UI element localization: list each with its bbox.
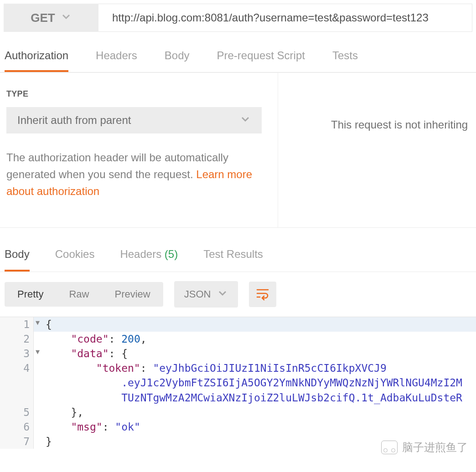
code-line: 1▼{ [0, 317, 476, 332]
response-tabs: BodyCookiesHeaders (5)Test Results [0, 227, 476, 272]
tab-pre-request-script[interactable]: Pre-request Script [217, 49, 305, 72]
response-tab-body[interactable]: Body [5, 248, 30, 272]
code-line: 5 }, [0, 405, 476, 420]
view-mode-pretty[interactable]: Pretty [5, 282, 56, 307]
code-line: TUzNTgwMzA2MCwiaXNzIjoiZ2luLWJsb2cifQ.1t… [0, 390, 476, 405]
request-url-input[interactable] [98, 4, 472, 32]
auth-inherit-message: This request is not inheriting [331, 118, 468, 131]
tab-tests[interactable]: Tests [332, 49, 358, 72]
format-label: JSON [184, 288, 211, 300]
code-line: 6 "msg": "ok" [0, 420, 476, 434]
chevron-down-icon [240, 113, 251, 127]
chevron-down-icon [217, 287, 228, 301]
code-line: 4 "token": "eyJhbGciOiJIUzI1NiIsInR5cCI6… [0, 361, 476, 375]
response-body-viewer[interactable]: 1▼{2 "code": 200,3▼ "data": {4 "token": … [0, 317, 476, 449]
authorization-panel: TYPE Inherit auth from parent The author… [0, 72, 476, 227]
chevron-down-icon [61, 11, 72, 25]
wrap-lines-button[interactable] [249, 282, 276, 307]
http-method-select[interactable]: GET [4, 4, 98, 32]
response-tab-headers[interactable]: Headers (5) [120, 248, 178, 272]
fold-arrow-icon[interactable]: ▼ [36, 347, 40, 357]
auth-desc-text: The authorization header will be automat… [6, 151, 228, 180]
request-tabs: AuthorizationHeadersBodyPre-request Scri… [0, 36, 476, 72]
auth-right-column: This request is not inheriting [278, 73, 476, 227]
http-method-label: GET [31, 11, 55, 25]
wechat-icon [381, 441, 398, 449]
response-tab-test-results[interactable]: Test Results [203, 248, 263, 272]
auth-type-select[interactable]: Inherit auth from parent [6, 107, 262, 133]
auth-type-label: TYPE [6, 89, 271, 99]
auth-left-column: TYPE Inherit auth from parent The author… [0, 73, 278, 227]
tab-authorization[interactable]: Authorization [5, 49, 68, 72]
tab-headers[interactable]: Headers [96, 49, 137, 72]
code-line: 3▼ "data": { [0, 346, 476, 361]
view-mode-raw[interactable]: Raw [56, 282, 102, 307]
view-controls: PrettyRawPreview JSON [0, 272, 476, 317]
auth-description: The authorization header will be automat… [6, 149, 271, 200]
response-tab-cookies[interactable]: Cookies [55, 248, 95, 272]
code-line: 2 "code": 200, [0, 332, 476, 346]
fold-arrow-icon[interactable]: ▼ [36, 318, 40, 328]
watermark: 脑子进煎鱼了 [381, 440, 468, 449]
code-line: .eyJ1c2VybmFtZSI6IjA5OGY2YmNkNDYyMWQzNzN… [0, 375, 476, 390]
tab-body[interactable]: Body [165, 49, 190, 72]
watermark-text: 脑子进煎鱼了 [402, 440, 468, 449]
view-mode-preview[interactable]: Preview [102, 282, 163, 307]
request-bar: GET [0, 0, 476, 36]
format-select[interactable]: JSON [174, 281, 238, 308]
view-mode-group: PrettyRawPreview [5, 282, 163, 307]
auth-type-value: Inherit auth from parent [17, 114, 131, 127]
